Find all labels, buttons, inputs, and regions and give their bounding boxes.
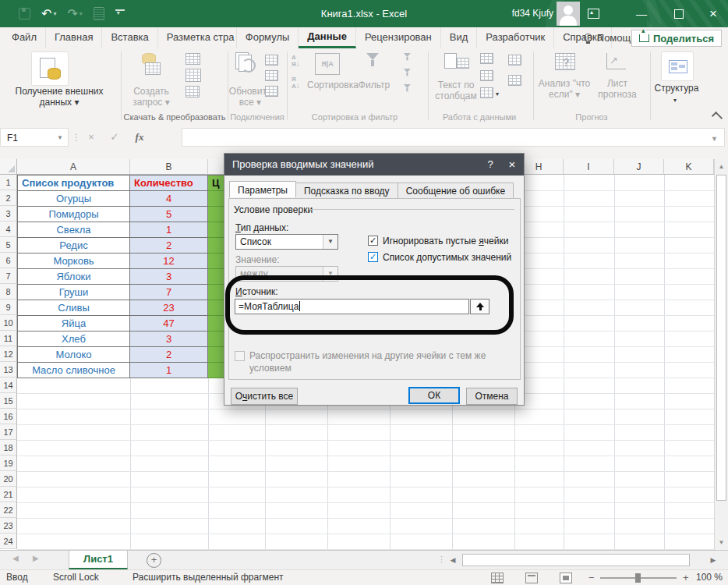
sheet-tab[interactable]: Лист1 (69, 551, 128, 569)
row-header[interactable]: 13 (0, 362, 17, 378)
row-header[interactable]: 24 (0, 534, 17, 549)
dialog-close-button[interactable]: × (502, 154, 522, 176)
row-header[interactable]: 10 (0, 315, 17, 331)
table-cell-price-clipped[interactable] (208, 269, 224, 285)
ignore-blank-checkbox[interactable]: ✓ (368, 236, 378, 246)
table-cell-price-clipped[interactable] (208, 191, 224, 207)
zoom-slider-thumb[interactable] (635, 573, 641, 583)
page-break-view-button[interactable] (560, 573, 572, 583)
normal-view-button[interactable] (491, 573, 504, 583)
row-header[interactable]: 6 (0, 253, 17, 268)
column-header[interactable]: I (564, 159, 614, 175)
table-cell-quantity[interactable]: 2 (130, 238, 208, 254)
table-cell-product[interactable]: Свекла (17, 222, 130, 238)
data-validation-icon[interactable] (480, 87, 493, 98)
filter-label[interactable]: Фильтр (357, 80, 391, 90)
close-button[interactable]: × (701, 0, 725, 27)
what-if-label[interactable]: Анализ "что если" ▾ (535, 78, 594, 100)
ribbon-tab-файл[interactable]: Файл (3, 27, 46, 48)
horizontal-scrollbar[interactable] (461, 553, 706, 567)
share-button[interactable]: Поделиться (631, 30, 722, 47)
dialog-help-button[interactable]: ? (480, 154, 500, 176)
ribbon-display-options-button[interactable] (581, 0, 605, 27)
table-cell-price-clipped[interactable] (208, 238, 224, 254)
table-cell-product[interactable]: Хлеб (17, 332, 130, 347)
remove-duplicates-icon[interactable] (480, 70, 493, 81)
from-table-icon[interactable] (186, 69, 201, 82)
row-header[interactable]: 8 (0, 284, 17, 300)
ribbon-tab-данные[interactable]: Данные (299, 27, 356, 48)
collapse-ribbon-icon[interactable] (712, 112, 723, 122)
cancel-entry-button[interactable]: × (81, 128, 101, 147)
table-cell-product[interactable]: Молоко (17, 347, 130, 363)
avatar[interactable] (557, 2, 580, 26)
filter-icon[interactable] (366, 53, 379, 66)
scroll-up-icon[interactable]: ▲ (715, 163, 728, 170)
row-header[interactable]: 5 (0, 237, 17, 253)
advanced-filter-icon[interactable] (404, 84, 411, 91)
row-header[interactable]: 21 (0, 487, 17, 502)
data-type-combobox[interactable]: Список ▼ (235, 234, 338, 250)
row-header[interactable]: 1 (0, 175, 17, 190)
clear-all-button[interactable]: Очистить все (231, 388, 298, 405)
dialog-tab-0[interactable]: Параметры (229, 181, 296, 197)
name-box[interactable]: F1 ▼ (0, 128, 69, 147)
scroll-right-icon[interactable]: ▶ (706, 553, 720, 567)
name-box-chevron-icon[interactable]: ▼ (57, 129, 63, 147)
table-cell-price-clipped[interactable] (208, 316, 224, 332)
table-cell-product[interactable]: Помидоры (17, 207, 130, 222)
sort-ascending-icon[interactable]: АЯ↓ (292, 55, 300, 68)
row-header[interactable]: 20 (0, 471, 17, 487)
zoom-out-button[interactable]: − (588, 570, 595, 585)
zoom-level[interactable]: 100 % (696, 570, 723, 585)
row-header[interactable]: 18 (0, 440, 17, 456)
ribbon-tab-главная[interactable]: Главная (46, 27, 102, 48)
flash-fill-icon[interactable] (480, 53, 493, 64)
row-header[interactable]: 16 (0, 409, 17, 424)
new-sheet-button[interactable]: + (147, 553, 161, 568)
row-header[interactable]: 11 (0, 331, 17, 346)
structure-label[interactable]: Структура (648, 83, 705, 94)
previous-sheet-icon[interactable]: ◀ (12, 554, 19, 562)
table-cell-product[interactable]: Масло сливочное (17, 363, 130, 378)
table-cell-quantity[interactable]: 7 (130, 285, 208, 300)
recent-sources-icon[interactable] (186, 86, 200, 98)
in-cell-dropdown-label[interactable]: Список допустимых значений (383, 252, 511, 263)
help-button[interactable]: Помощь (584, 27, 636, 48)
table-cell-quantity[interactable]: 4 (130, 191, 208, 207)
cancel-button[interactable]: Отмена (466, 388, 518, 405)
table-cell-quantity[interactable]: 47 (130, 316, 208, 332)
horizontal-scroll-thumb[interactable] (462, 554, 690, 566)
reapply-filter-icon[interactable] (404, 69, 411, 76)
zoom-in-button[interactable]: + (683, 570, 689, 585)
formula-bar-grip[interactable]: ⋮ (72, 132, 81, 143)
table-cell-product[interactable]: Сливы (17, 300, 130, 316)
table-cell-product[interactable]: Яйца (17, 316, 130, 332)
table-cell-product[interactable]: Груши (17, 285, 130, 300)
table-cell-product[interactable]: Морковь (17, 254, 130, 269)
table-cell-price-clipped[interactable] (208, 285, 224, 300)
dialog-title-bar[interactable]: Проверка вводимых значений (224, 154, 524, 176)
ok-button[interactable]: ОК (408, 387, 460, 404)
row-header[interactable]: 9 (0, 300, 17, 315)
get-external-data-button[interactable] (31, 51, 69, 86)
table-cell-price-clipped[interactable] (208, 300, 224, 316)
row-header[interactable]: 22 (0, 502, 17, 518)
sort-descending-icon[interactable]: ЯА↓ (292, 76, 300, 90)
table-cell-product[interactable]: Огурцы (17, 191, 130, 207)
clear-filter-icon[interactable] (404, 53, 411, 60)
relationships-icon[interactable] (508, 75, 521, 86)
table-cell-price-clipped[interactable] (208, 332, 224, 347)
table-cell-price-clipped[interactable] (208, 363, 224, 378)
expand-formula-bar-icon[interactable]: ▼ (711, 135, 718, 143)
dialog-tab-1[interactable]: Подсказка по вводу (296, 183, 398, 199)
column-header[interactable]: B (130, 159, 208, 175)
table-cell-quantity[interactable]: 23 (130, 300, 208, 316)
select-all-button[interactable] (0, 159, 17, 175)
in-cell-dropdown-checkbox[interactable]: ✓ (368, 252, 378, 262)
data-type-chevron-icon[interactable]: ▼ (323, 235, 337, 249)
dialog-tab-2[interactable]: Сообщение об ошибке (398, 183, 514, 199)
properties-icon[interactable] (265, 70, 278, 81)
table-cell-product[interactable]: Редис (17, 238, 130, 254)
column-header[interactable]: J (614, 159, 664, 175)
